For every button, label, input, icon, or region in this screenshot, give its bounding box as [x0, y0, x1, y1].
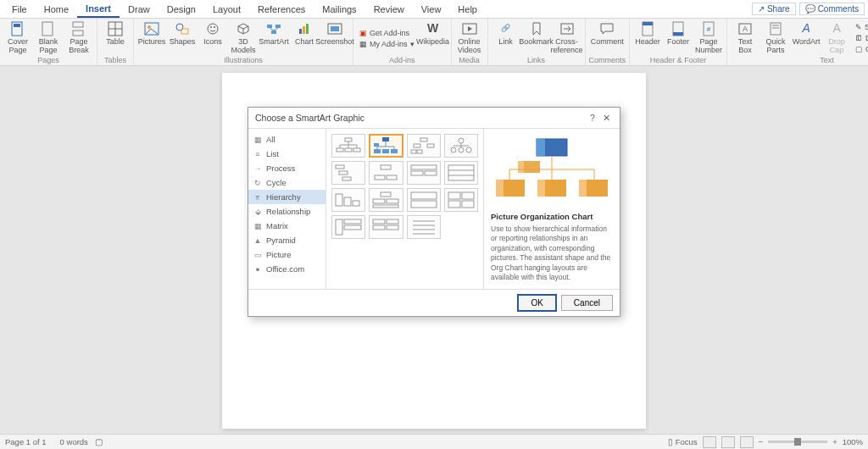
screenshot-button[interactable]: Screenshot: [320, 20, 349, 56]
comments-button[interactable]: 💬Comments: [799, 3, 865, 15]
layout-thumb[interactable]: [331, 134, 365, 158]
svg-rect-90: [448, 201, 460, 208]
print-layout-view[interactable]: [703, 436, 716, 448]
zoom-out[interactable]: −: [759, 437, 764, 446]
cross-reference-button[interactable]: Cross-reference: [553, 20, 581, 56]
page-number-button[interactable]: #Page Number: [694, 20, 723, 56]
textbox-icon: A: [737, 21, 753, 36]
dialog-help-button[interactable]: ?: [586, 113, 599, 123]
tab-view[interactable]: View: [413, 2, 450, 17]
read-mode-view[interactable]: [721, 436, 735, 448]
page-break-icon: [71, 21, 86, 36]
proofing-icon[interactable]: ▢: [95, 437, 103, 446]
header-button[interactable]: Header: [633, 20, 662, 56]
cat-pyramid[interactable]: ▲Pyramid: [248, 233, 326, 247]
layout-thumb[interactable]: [331, 215, 365, 239]
layout-thumb[interactable]: [369, 188, 403, 212]
bookmark-button[interactable]: Bookmark: [522, 20, 551, 56]
footer-icon: [670, 21, 686, 36]
svg-rect-74: [411, 171, 423, 175]
layout-thumb[interactable]: [444, 161, 478, 185]
svg-point-10: [176, 24, 183, 30]
quick-parts-button[interactable]: Quick Parts: [761, 20, 790, 56]
text-box-button[interactable]: AText Box: [731, 20, 760, 56]
chart-button[interactable]: Chart: [290, 20, 319, 56]
pictures-button[interactable]: Pictures: [137, 20, 166, 56]
get-addins-button[interactable]: ▣Get Add-ins: [357, 28, 417, 38]
tab-layout[interactable]: Layout: [204, 2, 249, 17]
comment-button[interactable]: Comment: [593, 20, 621, 56]
svg-rect-84: [387, 199, 398, 203]
word-count[interactable]: 0 words: [60, 437, 88, 446]
layout-thumb[interactable]: [369, 161, 403, 185]
signature-line-button[interactable]: ✎Signature Line ▾: [853, 22, 868, 32]
cancel-button[interactable]: Cancel: [561, 295, 613, 311]
layout-thumb[interactable]: [331, 188, 365, 212]
zoom-level[interactable]: 100%: [843, 437, 863, 446]
blank-page-button[interactable]: Blank Page: [34, 20, 63, 56]
cat-cycle[interactable]: ↻Cycle: [248, 175, 326, 190]
group-label: Links: [527, 56, 545, 65]
layout-thumb[interactable]: [407, 134, 441, 158]
comment-icon: [599, 21, 615, 36]
focus-mode[interactable]: ▯ Focus: [668, 437, 698, 446]
layout-thumb[interactable]: [407, 161, 441, 185]
cat-picture[interactable]: ▭Picture: [248, 247, 326, 262]
3d-models-button[interactable]: 3D Models: [229, 20, 258, 56]
layout-thumb[interactable]: [407, 215, 441, 239]
cat-matrix[interactable]: ▦Matrix: [248, 219, 326, 233]
zoom-slider[interactable]: [768, 441, 827, 443]
tab-help[interactable]: Help: [449, 2, 486, 17]
cover-page-button[interactable]: Cover Page: [3, 20, 32, 56]
cat-all[interactable]: ▦All: [248, 132, 326, 147]
tab-file[interactable]: File: [3, 2, 36, 17]
shapes-button[interactable]: Shapes: [168, 20, 197, 56]
date-time-button[interactable]: 🗓Date & Time: [853, 33, 868, 43]
svg-rect-3: [73, 22, 83, 27]
tab-draw[interactable]: Draw: [120, 2, 159, 17]
tab-insert[interactable]: Insert: [77, 1, 120, 18]
online-videos-button[interactable]: Online Videos: [455, 20, 484, 56]
smartart-button[interactable]: SmartArt: [259, 20, 288, 56]
svg-point-9: [147, 25, 151, 29]
page-indicator[interactable]: Page 1 of 1: [5, 437, 47, 446]
svg-rect-50: [382, 149, 389, 153]
my-addins-button[interactable]: ▦My Add-ins ▾: [357, 39, 417, 49]
cat-relationship[interactable]: ⬙Relationship: [248, 204, 326, 219]
tab-design[interactable]: Design: [159, 2, 204, 17]
cross-ref-icon: [559, 21, 575, 36]
footer-button[interactable]: Footer: [664, 20, 693, 56]
wikipedia-button[interactable]: WWikipedia: [419, 20, 448, 56]
page-break-button[interactable]: Page Break: [64, 20, 93, 56]
share-button[interactable]: ↗Share: [752, 3, 796, 15]
ok-button[interactable]: OK: [518, 295, 555, 311]
tab-references[interactable]: References: [249, 2, 314, 17]
header-icon: [640, 21, 655, 36]
layout-thumb[interactable]: [444, 134, 478, 158]
table-button[interactable]: Table: [101, 20, 130, 56]
dialog-close-button[interactable]: ✕: [599, 113, 613, 123]
icons-button[interactable]: Icons: [198, 20, 227, 56]
web-layout-view[interactable]: [740, 436, 754, 448]
group-label: Comments: [589, 56, 626, 65]
svg-rect-17: [271, 30, 276, 34]
object-button[interactable]: ▢Object ▾: [853, 44, 868, 54]
layout-thumb[interactable]: [331, 161, 365, 185]
svg-rect-96: [387, 219, 398, 224]
cat-hierarchy[interactable]: ⌆Hierarchy: [248, 190, 326, 204]
wordart-button[interactable]: AWordArt: [792, 20, 821, 56]
tab-home[interactable]: Home: [36, 2, 77, 17]
layout-thumb[interactable]: [369, 215, 403, 239]
svg-rect-16: [275, 25, 281, 28]
drop-cap-button[interactable]: ADrop Cap: [822, 20, 851, 56]
zoom-in[interactable]: +: [832, 437, 837, 446]
cat-office[interactable]: ●Office.com: [248, 262, 326, 276]
layout-thumb[interactable]: [444, 188, 478, 212]
cat-list[interactable]: ≡List: [248, 147, 326, 161]
layout-thumb-selected[interactable]: [369, 134, 403, 158]
tab-review[interactable]: Review: [365, 2, 413, 17]
tab-mailings[interactable]: Mailings: [314, 2, 364, 17]
cat-process[interactable]: →Process: [248, 161, 326, 175]
layout-thumb[interactable]: [407, 188, 441, 212]
link-button[interactable]: 🔗Link: [492, 20, 520, 56]
